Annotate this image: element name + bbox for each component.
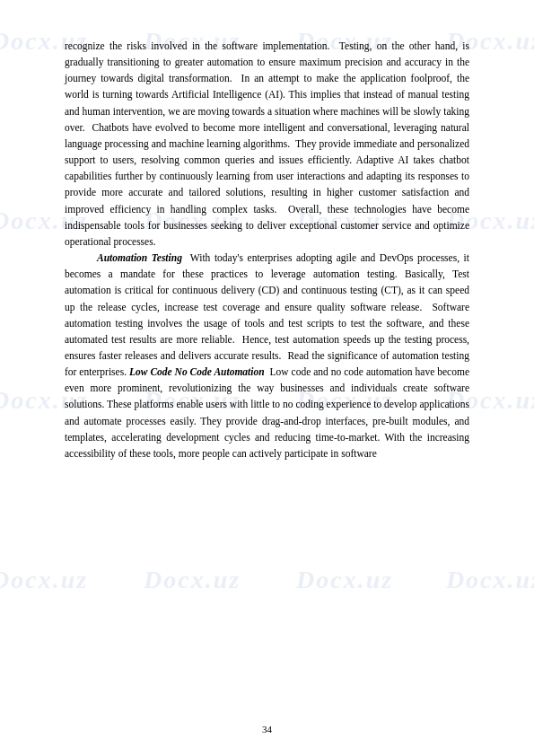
- watermark-15: Docx.uz: [296, 566, 393, 594]
- watermark-14: Docx.uz: [144, 566, 241, 594]
- main-content: recognize the risks involved in the soft…: [0, 0, 534, 499]
- page-number: 34: [262, 724, 272, 734]
- watermark-13: Docx.uz: [0, 566, 88, 594]
- low-code-heading: Low Code No Code Automation: [129, 366, 265, 377]
- automation-testing-heading: Automation Testing: [97, 252, 182, 263]
- paragraph-2: Automation Testing With today's enterpri…: [65, 250, 469, 462]
- watermark-16: Docx.uz: [446, 566, 534, 594]
- paragraph-1: recognize the risks involved in the soft…: [65, 38, 469, 250]
- page: Docx.uz Docx.uz Docx.uz Docx.uz Docx.uz …: [0, 0, 534, 756]
